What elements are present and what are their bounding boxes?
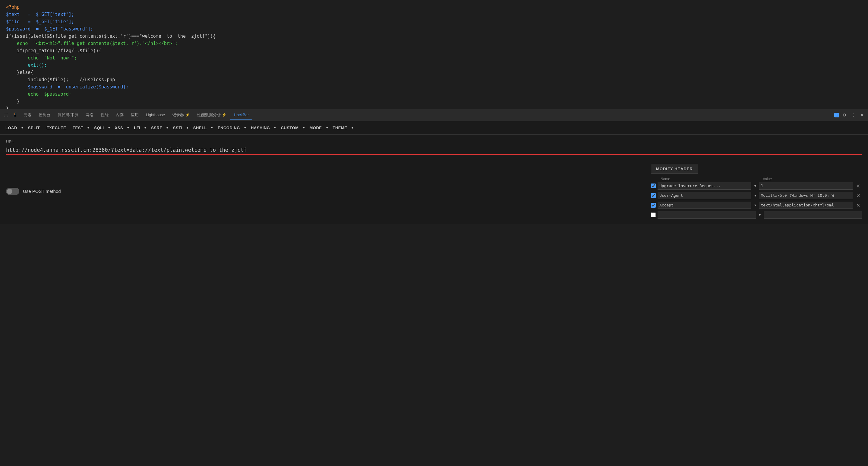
devtools-tab-性能[interactable]: 性能 bbox=[97, 111, 112, 119]
hackbar-btn-hashing[interactable]: HASHING bbox=[248, 124, 273, 132]
header-checkbox-3[interactable] bbox=[651, 212, 656, 217]
devtools-tab-源代码/来源[interactable]: 源代码/来源 bbox=[54, 111, 82, 119]
hackbar-btn-split[interactable]: SPLIT bbox=[25, 124, 43, 132]
devtools-tab-控制台[interactable]: 控制台 bbox=[35, 111, 54, 119]
hackbar-btn-sqli[interactable]: SQLI bbox=[91, 124, 107, 132]
code-line: include($file); //useless.php bbox=[6, 76, 862, 83]
hackbar-btn-encoding[interactable]: ENCODING bbox=[215, 124, 243, 132]
post-toggle[interactable] bbox=[6, 188, 19, 195]
devtools-tab-性能数据分析-⚡[interactable]: 性能数据分析 ⚡ bbox=[193, 111, 230, 119]
devtools-device-icon[interactable]: 📱 bbox=[10, 111, 19, 119]
hackbar-arrow-sqli[interactable]: ▾ bbox=[107, 124, 111, 132]
header-delete-btn-0[interactable]: ✕ bbox=[855, 183, 862, 190]
hackbar-btn-mode[interactable]: MODE bbox=[307, 124, 325, 132]
hackbar-arrow-load[interactable]: ▾ bbox=[20, 124, 24, 132]
header-name-input-2[interactable] bbox=[657, 202, 751, 209]
hackbar-arrow-shell[interactable]: ▾ bbox=[210, 124, 214, 132]
hackbar-btn-lfi[interactable]: LFI bbox=[131, 124, 143, 132]
devtools-tabbar: ⬚ 📱 元素控制台源代码/来源网络性能内存应用Lighthouse记录器 ⚡性能… bbox=[0, 109, 868, 121]
code-line: } bbox=[6, 98, 862, 105]
header-checkbox-1[interactable] bbox=[651, 193, 656, 198]
hackbar-toolbar: LOAD▾SPLITEXECUTETEST▾SQLI▾XSS▾LFI▾SSRF▾… bbox=[0, 121, 868, 135]
modify-header-button[interactable]: MODIFY HEADER bbox=[651, 164, 698, 174]
devtools-tab-内存[interactable]: 内存 bbox=[112, 111, 127, 119]
header-value-input-0[interactable] bbox=[759, 182, 853, 190]
header-value-input-2[interactable] bbox=[759, 202, 853, 209]
code-line: $file = $_GET["file"]; bbox=[6, 18, 862, 25]
code-line: $text = $_GET["text"]; bbox=[6, 11, 862, 18]
code-line: } bbox=[6, 105, 862, 109]
devtools-more-icon[interactable]: ⋮ bbox=[849, 111, 857, 119]
devtools-badge: 1 bbox=[834, 113, 839, 117]
hackbar-btn-ssti[interactable]: SSTI bbox=[170, 124, 185, 132]
code-line: if(preg_match("/flag/",$file)){ bbox=[6, 47, 862, 54]
header-row-1: ▾✕ bbox=[651, 192, 862, 199]
header-column-labels: Name Value bbox=[651, 177, 862, 181]
devtools-tab-应用[interactable]: 应用 bbox=[127, 111, 142, 119]
name-column-label: Name bbox=[660, 177, 748, 181]
header-name-input-0[interactable] bbox=[657, 182, 751, 190]
url-input[interactable] bbox=[6, 146, 862, 155]
devtools-tab-lighthouse[interactable]: Lighthouse bbox=[142, 111, 169, 119]
hackbar-btn-execute[interactable]: EXECUTE bbox=[43, 124, 69, 132]
header-dropdown-btn-1[interactable]: ▾ bbox=[753, 192, 757, 199]
hackbar-arrow-test[interactable]: ▾ bbox=[86, 124, 90, 132]
hackbar-btn-load[interactable]: LOAD bbox=[2, 124, 20, 132]
hackbar-dropdown-xss: XSS▾ bbox=[112, 124, 130, 132]
headers-panel: MODIFY HEADER Name Value ▾✕▾✕▾✕▾ bbox=[651, 162, 862, 221]
hackbar-btn-custom[interactable]: CUSTOM bbox=[278, 124, 302, 132]
header-checkbox-0[interactable] bbox=[651, 183, 656, 188]
header-value-input-3[interactable] bbox=[764, 211, 862, 219]
devtools-tabs: 元素控制台源代码/来源网络性能内存应用Lighthouse记录器 ⚡性能数据分析… bbox=[20, 111, 252, 119]
devtools-tab-hackbar[interactable]: HackBar bbox=[230, 111, 253, 119]
header-delete-btn-2[interactable]: ✕ bbox=[855, 202, 862, 209]
header-name-input-1[interactable] bbox=[657, 192, 751, 199]
hackbar-dropdown-load: LOAD▾ bbox=[2, 124, 24, 132]
hackbar-dropdown-custom: CUSTOM▾ bbox=[278, 124, 306, 132]
header-value-input-1[interactable] bbox=[759, 192, 853, 199]
toggle-slider bbox=[6, 188, 19, 195]
hackbar-btn-ssrf[interactable]: SSRF bbox=[148, 124, 165, 132]
hackbar-arrow-theme[interactable]: ▾ bbox=[350, 124, 354, 132]
hackbar-btn-test[interactable]: TEST bbox=[70, 124, 86, 132]
devtools-close-icon[interactable]: ✕ bbox=[858, 111, 866, 119]
post-section: Use POST method MODIFY HEADER Name Value… bbox=[0, 158, 868, 224]
hackbar-arrow-ssti[interactable]: ▾ bbox=[185, 124, 190, 132]
code-line: if(isset($text)&&(file_get_contents($tex… bbox=[6, 33, 862, 40]
devtools-settings-icon[interactable]: ⚙ bbox=[841, 111, 848, 119]
modify-header-container: MODIFY HEADER Name Value ▾✕▾✕▾✕▾ bbox=[651, 162, 862, 221]
hackbar-dropdown-encoding: ENCODING▾ bbox=[215, 124, 247, 132]
header-dropdown-btn-3[interactable]: ▾ bbox=[758, 211, 762, 218]
hackbar-arrow-lfi[interactable]: ▾ bbox=[143, 124, 148, 132]
code-display: <?php$text = $_GET["text"];$file = $_GET… bbox=[0, 0, 868, 109]
hackbar-btn-theme[interactable]: THEME bbox=[330, 124, 350, 132]
headers-list: Name Value ▾✕▾✕▾✕▾ bbox=[651, 177, 862, 219]
hackbar-dropdown-theme: THEME▾ bbox=[330, 124, 354, 132]
header-delete-btn-1[interactable]: ✕ bbox=[855, 192, 862, 199]
hackbar-arrow-ssrf[interactable]: ▾ bbox=[165, 124, 169, 132]
hackbar-dropdown-lfi: LFI▾ bbox=[131, 124, 148, 132]
hackbar-arrow-custom[interactable]: ▾ bbox=[302, 124, 306, 132]
code-line: echo "Not now!"; bbox=[6, 54, 862, 62]
devtools-tab-元素[interactable]: 元素 bbox=[20, 111, 35, 119]
hackbar-btn-shell[interactable]: SHELL bbox=[190, 124, 210, 132]
header-dropdown-btn-2[interactable]: ▾ bbox=[753, 202, 757, 208]
hackbar-dropdown-test: TEST▾ bbox=[70, 124, 90, 132]
code-line: exit(); bbox=[6, 62, 862, 69]
code-line: echo "<br><h1>".file_get_contents($text,… bbox=[6, 40, 862, 47]
hackbar-arrow-xss[interactable]: ▾ bbox=[126, 124, 130, 132]
devtools-right-icons: 1 ⚙ ⋮ ✕ bbox=[834, 111, 866, 119]
hackbar-arrow-hashing[interactable]: ▾ bbox=[273, 124, 277, 132]
hackbar-arrow-encoding[interactable]: ▾ bbox=[243, 124, 247, 132]
hackbar-arrow-mode[interactable]: ▾ bbox=[325, 124, 329, 132]
header-checkbox-2[interactable] bbox=[651, 203, 656, 208]
hackbar-btn-xss[interactable]: XSS bbox=[112, 124, 126, 132]
devtools-tab-记录器-⚡[interactable]: 记录器 ⚡ bbox=[168, 111, 193, 119]
hackbar-dropdown-ssrf: SSRF▾ bbox=[148, 124, 169, 132]
header-row-2: ▾✕ bbox=[651, 202, 862, 209]
devtools-inspect-icon[interactable]: ⬚ bbox=[2, 111, 10, 119]
header-dropdown-btn-0[interactable]: ▾ bbox=[753, 183, 757, 189]
header-name-input-3[interactable] bbox=[657, 211, 756, 219]
hackbar-dropdown-sqli: SQLI▾ bbox=[91, 124, 111, 132]
devtools-tab-网络[interactable]: 网络 bbox=[82, 111, 97, 119]
